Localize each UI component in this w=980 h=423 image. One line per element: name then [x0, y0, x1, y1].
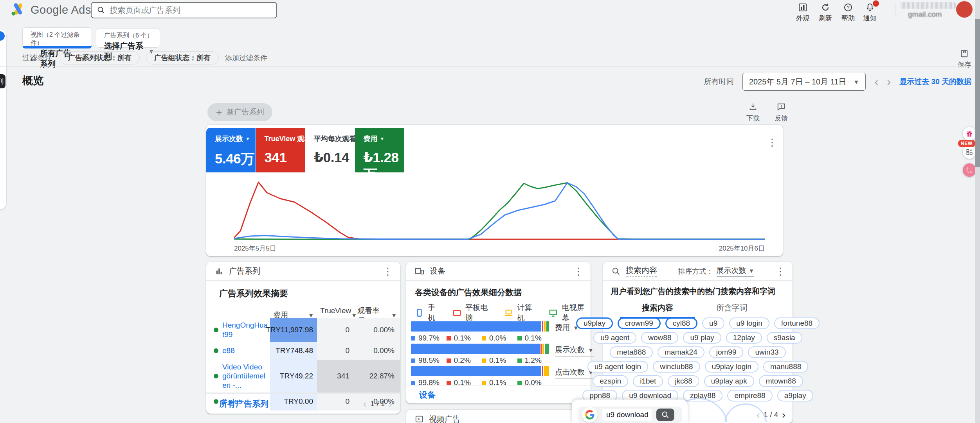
avatar[interactable]	[956, 1, 973, 18]
search-term-chip[interactable]: i1bet	[633, 375, 663, 387]
bar-segment	[411, 321, 541, 332]
global-search-box[interactable]	[91, 2, 277, 18]
scorecard-label: TrueView 观看次数▼	[265, 134, 305, 143]
page-next-icon[interactable]: ›	[782, 410, 785, 420]
chip-row: u9 agent loginwinclub88u9play loginmanu8…	[603, 361, 793, 373]
filter-pill-campaign-status[interactable]: 广告系列状态：所有	[60, 51, 140, 65]
campaigns-card-menu[interactable]: ⋮	[383, 266, 393, 276]
new-campaign-button[interactable]: + 新广告系列	[207, 103, 272, 121]
campaign-link[interactable]: e88	[222, 346, 235, 355]
gift-extension-button[interactable]	[963, 127, 976, 140]
campaign-link[interactable]: Video Video görüntülemeleri -...	[222, 362, 268, 390]
nav-dark-item[interactable]: 列	[0, 74, 5, 88]
scorecard-3[interactable]: 费用▼₺1.28万	[355, 128, 404, 172]
bar-segment	[542, 366, 544, 376]
search-term-chip[interactable]: fortune88	[774, 317, 820, 329]
search-term-chip[interactable]: crown99	[618, 317, 661, 329]
translate-extension-button[interactable]: 中A	[963, 163, 976, 177]
chip-row: u9playcrown99cyl88u9u9 loginfortune88	[603, 317, 793, 329]
devices-link[interactable]: 设备	[419, 389, 436, 400]
tab-search-terms[interactable]: 搜索内容	[620, 299, 695, 319]
appearance-icon	[791, 2, 814, 13]
search-term-chip[interactable]: s9asia	[767, 332, 802, 344]
views-cell: 0	[317, 318, 354, 342]
notification-badge	[873, 0, 879, 7]
top-bar: Google Ads 外观 刷新 ? 帮助 通知 gmail.com	[0, 0, 980, 25]
device-metric-group: 费用▼99.7%0.1%0.0%0.1%	[411, 319, 591, 341]
appearance-button[interactable]: 外观	[791, 2, 814, 23]
scorecard-label: 费用▼	[364, 134, 404, 143]
search-term-chip[interactable]: mamak24	[658, 346, 704, 358]
search-term-chip[interactable]: u9 agent login	[587, 361, 648, 373]
scorecard-0[interactable]: 展示次数▼5.46万	[206, 128, 256, 172]
search-terms-card-menu[interactable]: ⋮	[775, 266, 785, 276]
search-term-chip[interactable]: u9play login	[705, 361, 758, 373]
search-term-chip[interactable]: wow88	[641, 332, 678, 344]
rate-cell: 0.00%	[354, 342, 400, 360]
search-term-chip[interactable]: 12play	[726, 332, 762, 344]
collapsed-nav-rail[interactable]	[0, 29, 6, 210]
search-term-chip[interactable]: jom99	[709, 346, 744, 358]
search-term-chip[interactable]: uwin33	[748, 346, 785, 358]
campaign-link[interactable]: HengOngHuat99	[222, 321, 268, 339]
search-terms-card-title: 搜索内容	[626, 265, 657, 277]
scorecard-1[interactable]: TrueView 观看次数▼341	[256, 128, 305, 172]
google-search-button[interactable]	[656, 409, 674, 421]
tab-included-words[interactable]: 所含字词	[695, 299, 769, 319]
scrollbar-thumb[interactable]	[975, 19, 980, 167]
search-term-chip[interactable]: u9	[702, 317, 724, 329]
view-selector[interactable]: 视图（2 个过滤条件） 所有广告系列 ▼	[22, 27, 92, 48]
performance-card-menu[interactable]: ⋮	[767, 137, 777, 147]
search-term-chip[interactable]: u9 agent	[593, 332, 636, 344]
search-term-chip[interactable]: ezspin	[593, 375, 628, 387]
search-term-chip[interactable]: winclub88	[653, 361, 700, 373]
google-ads-logo-icon	[11, 3, 25, 16]
date-next-button[interactable]: ›	[887, 76, 891, 88]
search-term-chip[interactable]: cyl88	[665, 317, 697, 329]
views-cell: 341	[317, 360, 354, 393]
search-term-chip[interactable]: jkc88	[668, 375, 699, 387]
search-terms-subtitle: 用户看到您广告的搜索中的热门搜索内容和字词	[611, 286, 775, 297]
filter-pill-adgroup-status[interactable]: 广告组状态：所有	[146, 51, 219, 65]
search-term-chip[interactable]: u9 play	[683, 332, 721, 344]
page-prev-icon[interactable]: ‹	[363, 399, 367, 409]
download-button[interactable]: 下载	[741, 102, 765, 123]
help-button[interactable]: ? 帮助	[837, 2, 859, 23]
bar-chart-icon	[215, 267, 223, 276]
search-term-chip[interactable]: zplay88	[683, 390, 723, 401]
search-term-chip[interactable]: u9play apk	[704, 375, 754, 387]
google-ads-logo[interactable]: Google Ads	[11, 3, 91, 16]
search-term-chip[interactable]: empire88	[727, 390, 772, 401]
search-term-chip[interactable]: mtown88	[759, 375, 803, 387]
campaign-selector[interactable]: 广告系列（6 个） 选择广告系列 ▼	[96, 28, 160, 48]
scrollbar[interactable]	[975, 0, 980, 423]
google-search-preview-pill	[578, 407, 682, 423]
search-term-chip[interactable]: u9play	[576, 317, 613, 329]
refresh-label: 刷新	[814, 14, 837, 23]
sort-by-select[interactable]: 展示次数▼	[717, 265, 755, 277]
search-term-chip[interactable]: manu888	[763, 361, 808, 373]
refresh-button[interactable]: 刷新	[814, 2, 837, 23]
last-30-days-link[interactable]: 显示过去 30 天的数据	[899, 77, 971, 87]
feedback-button[interactable]: 反馈	[769, 102, 793, 123]
add-filter-button[interactable]: 添加过滤条件	[225, 53, 267, 63]
color-swatch	[482, 336, 486, 341]
notifications-button[interactable]: 通知	[859, 2, 881, 23]
page-next-icon[interactable]: ›	[389, 399, 392, 409]
global-search-input[interactable]	[110, 6, 271, 15]
google-query-input[interactable]	[602, 409, 652, 421]
all-campaigns-link[interactable]: 所有广告系列	[219, 398, 268, 409]
search-term-chip[interactable]: a9play	[777, 390, 813, 401]
date-range-picker[interactable]: 2025年 5月 7日 – 10月 11日 ▼	[742, 73, 866, 91]
video-ad-icon	[415, 415, 423, 423]
table-row: e88TRY748.4800.00%	[206, 342, 400, 360]
scorecard-2[interactable]: 平均每次观看费用 (...₺0.14	[305, 128, 355, 172]
page-prev-icon[interactable]: ‹	[757, 410, 760, 420]
search-term-chip[interactable]: meta888	[610, 346, 653, 358]
devices-card-menu[interactable]: ⋮	[573, 266, 584, 276]
search-term-chip[interactable]: u9 login	[729, 317, 769, 329]
date-prev-button[interactable]: ‹	[874, 76, 878, 88]
metric-select[interactable]: 展示次数▼	[555, 345, 594, 357]
metric-select[interactable]: 费用▼	[555, 323, 579, 334]
grid-extension-button[interactable]	[963, 145, 976, 159]
